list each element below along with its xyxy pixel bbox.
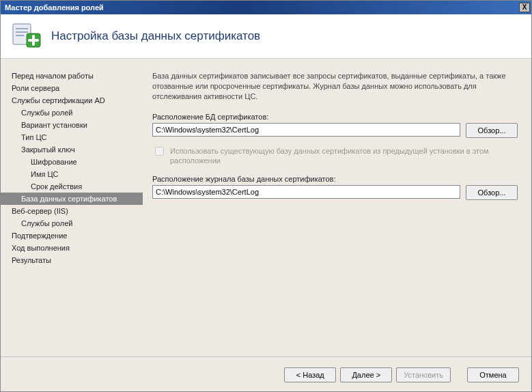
log-location-label: Расположение журнала базы данных сертифи… xyxy=(152,175,518,183)
sidebar-item-8[interactable]: Имя ЦС xyxy=(1,168,143,180)
cancel-button[interactable]: Отмена xyxy=(467,367,519,382)
sidebar-item-6[interactable]: Закрытый ключ xyxy=(1,143,143,156)
sidebar-item-13[interactable]: Подтверждение xyxy=(1,229,143,242)
sidebar-item-9[interactable]: Срок действия xyxy=(1,180,143,193)
svg-rect-2 xyxy=(16,31,28,33)
content-area: Перед началом работыРоли сервераСлужбы с… xyxy=(1,59,531,356)
db-location-label: Расположение БД сертификатов: xyxy=(152,113,518,121)
sidebar-item-7[interactable]: Шифрование xyxy=(1,156,143,168)
titlebar: Мастер добавления ролей X xyxy=(1,1,531,14)
log-location-input[interactable] xyxy=(152,185,460,199)
footer: < Назад Далее > Установить Отмена xyxy=(1,356,531,392)
sidebar-item-10[interactable]: База данных сертификатов xyxy=(1,193,143,205)
sidebar-item-5[interactable]: Тип ЦС xyxy=(1,131,143,143)
back-button[interactable]: < Назад xyxy=(284,367,336,382)
sidebar: Перед началом работыРоли сервераСлужбы с… xyxy=(1,59,143,356)
close-icon[interactable]: X xyxy=(519,3,530,12)
sidebar-item-15[interactable]: Результаты xyxy=(1,254,143,266)
db-location-input[interactable] xyxy=(152,123,460,137)
browse-log-button[interactable]: Обзор... xyxy=(466,185,518,200)
use-existing-checkbox xyxy=(155,147,164,156)
svg-rect-1 xyxy=(16,28,28,29)
sidebar-item-1[interactable]: Роли сервера xyxy=(1,82,143,94)
window-title: Мастер добавления ролей xyxy=(5,3,104,12)
sidebar-item-0[interactable]: Перед началом работы xyxy=(1,70,143,82)
next-button[interactable]: Далее > xyxy=(340,367,392,382)
description-text: База данных сертификатов записывает все … xyxy=(152,71,518,102)
wizard-icon xyxy=(10,21,43,51)
sidebar-item-4[interactable]: Вариант установки xyxy=(1,119,143,131)
install-button: Установить xyxy=(396,367,451,382)
page-title: Настройка базы данных сертификатов xyxy=(51,29,260,43)
banner: Настройка базы данных сертификатов xyxy=(1,14,531,59)
sidebar-item-14[interactable]: Ход выполнения xyxy=(1,242,143,254)
sidebar-item-2[interactable]: Службы сертификации AD xyxy=(1,94,143,107)
sidebar-item-3[interactable]: Службы ролей xyxy=(1,107,143,119)
sidebar-item-11[interactable]: Веб-сервер (IIS) xyxy=(1,205,143,217)
sidebar-item-12[interactable]: Службы ролей xyxy=(1,217,143,229)
use-existing-label: Использовать существующую базу данных се… xyxy=(170,146,518,166)
main-panel: База данных сертификатов записывает все … xyxy=(143,59,531,356)
svg-rect-3 xyxy=(16,35,24,36)
browse-db-button[interactable]: Обзор... xyxy=(466,123,518,138)
